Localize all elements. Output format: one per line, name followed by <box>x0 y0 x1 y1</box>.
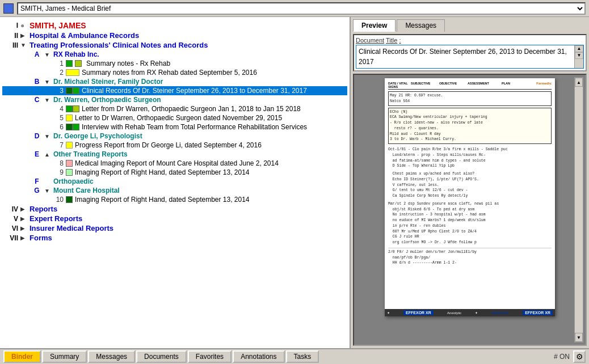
label-B: Dr. Michael Steiner, Family Doctor <box>53 78 163 86</box>
label-F: Orthopaedic <box>53 177 94 185</box>
doc-title-value: Clinical Records Of Dr. Steiner Septembe… <box>356 45 574 68</box>
num-1: 1 <box>52 60 64 67</box>
annotations-button[interactable]: Annotations <box>233 350 284 363</box>
doc-page-content: DATE / VITAL SIGNS SUBJECTIVE OBJECTIVE … <box>385 78 555 316</box>
tree-row-G[interactable]: G ▼ Mount Care Hospital <box>2 186 347 195</box>
hash-on-label: # ON <box>554 353 570 361</box>
preview-scroll-down[interactable]: ▼ <box>575 333 583 342</box>
arrow-A: ▼ <box>44 52 51 58</box>
tasks-button[interactable]: Tasks <box>286 350 319 363</box>
title-scroll-down[interactable]: ▼ <box>575 52 583 59</box>
title-scroll-up[interactable]: ▲ <box>575 45 583 52</box>
tree-row-2[interactable]: 2 Summary notes from RX Rehab dated Sept… <box>2 68 347 77</box>
num-5: 5 <box>52 114 64 122</box>
gear-button[interactable]: ⚙ <box>573 350 586 363</box>
doc-chest-3: V caffeine, out less. <box>388 183 552 188</box>
colorbox-9 <box>66 169 73 176</box>
doc-title-scroll: ▲ ▼ <box>574 45 583 68</box>
arrow-VII: ▶ <box>20 235 27 241</box>
main-layout: I ● SMITH, JAMES II ▶ Hospital & Ambulan… <box>0 17 589 348</box>
tree-row-E[interactable]: E ▲ Other Treating Reports <box>2 150 347 159</box>
tree-row-9[interactable]: 9 Imaging Report of Right Hand, dated Se… <box>2 168 347 177</box>
tree-row-1[interactable]: 1 Summary notes - Rx Rehab <box>2 59 347 68</box>
arrow-II: ▶ <box>20 32 27 39</box>
documents-button[interactable]: Documents <box>136 350 187 363</box>
colorbox-8 <box>66 160 73 167</box>
messages-button[interactable]: Messages <box>88 350 135 363</box>
tree-row-IV[interactable]: IV ▶ Reports <box>2 204 347 214</box>
tree-row-8[interactable]: 8 Medical Imaging Report of Mount Care H… <box>2 159 347 168</box>
doc-echo-1: ECho (N) <box>390 109 550 115</box>
label-III: Treating Professionals' Clinical Notes a… <box>30 41 208 49</box>
label-IV: Reports <box>30 205 57 213</box>
doc-echo-6: 3 to Dr. Warb - Michael Curry. <box>390 137 550 142</box>
doc-sig-3: HH d/n d ---------Armm l-1 2- <box>388 260 552 266</box>
doc-icon <box>3 3 14 14</box>
doc-oct-2: Lond/aterm - prop - Steps mills/causes R… <box>388 153 552 158</box>
tree-row-II[interactable]: II ▶ Hospital & Ambulance Records <box>2 31 347 40</box>
tree-row-D[interactable]: D ▼ Dr. George Li, Psychologist <box>2 132 347 141</box>
num-6: 6 <box>52 123 64 131</box>
doc-mar-1: Mar/st 2 dsp Sundev pseure asca cleft, n… <box>388 201 552 207</box>
tree-row-7[interactable]: 7 Progress Report from Dr George Li, dat… <box>2 141 347 150</box>
label-VII: Forms <box>30 234 52 242</box>
arrow-V: ▶ <box>20 215 27 222</box>
favorites-button[interactable]: Favorites <box>188 350 232 363</box>
doc-mar-3: No instruction - 3 hospital w/pt - had a… <box>388 212 552 218</box>
doc-footer: ✦ EFFEXOR XR Anxiolytic ✦ ONCE-DAILY EFF… <box>385 309 555 316</box>
tree-row-VII[interactable]: VII ▶ Forms <box>2 233 347 243</box>
tree-row-10[interactable]: 10 Imaging Report of Right Hand, dated S… <box>2 195 347 204</box>
tab-preview[interactable]: Preview <box>353 19 396 32</box>
tree-row-VI[interactable]: VI ▶ Insurer Medical Reports <box>2 223 347 233</box>
doc-sig-2: nae/pf/ob Br/pga/ <box>388 255 552 261</box>
effexor-star: ✦ <box>387 311 390 315</box>
doc-echo-section: ECho (N) ECA Swimng/New ventricular inju… <box>388 108 552 145</box>
num-9: 9 <box>52 168 64 176</box>
footer-drug-label: Anxiolytic <box>447 311 461 315</box>
tree-row-I[interactable]: I ● SMITH, JAMES <box>2 20 347 31</box>
num-8: 8 <box>52 159 64 167</box>
tree-row-6[interactable]: 6 Interview with Rehab Team from Total P… <box>2 122 347 132</box>
preview-scroll-up[interactable]: ▲ <box>575 78 583 87</box>
tree-row-3[interactable]: 3 Clinical Records Of Dr. Steiner Septem… <box>2 86 347 95</box>
arrow-E: ▲ <box>44 151 51 158</box>
letter-D: D <box>32 132 42 140</box>
arrow-B: ▼ <box>44 79 51 85</box>
effexor-brand-2: EFFEXOR XR <box>523 310 553 315</box>
doc-mar-6: 60? Mr u/Med UP Rpho Clent 2/0 to ZA/4 <box>388 229 552 235</box>
tree-row-III[interactable]: III ▼ Treating Professionals' Clinical N… <box>2 40 347 50</box>
arrow-G: ▼ <box>44 188 51 194</box>
tab-bar: Preview Messages <box>353 19 587 32</box>
tree-row-V[interactable]: V ▶ Expert Reports <box>2 214 347 223</box>
doc-sig-section: 2/0 F0/ J muller den/s/her Jon/mullEl/by… <box>388 248 552 267</box>
doc-title-row: Clinical Records Of Dr. Steiner Septembe… <box>356 45 584 69</box>
letter-A: A <box>32 50 42 58</box>
doc-echo-3: - R/o clot ident-new - also review of la… <box>390 120 550 126</box>
doc-title-text-label: Document <box>356 37 384 44</box>
tree-row-4[interactable]: 4 Letter from Dr Warren, Orthopaedic Sur… <box>2 104 347 113</box>
colorbox-7 <box>66 142 73 149</box>
binder-button[interactable]: Binder <box>3 350 41 363</box>
tree-row-F[interactable]: F ▶ Orthopaedic <box>2 177 347 186</box>
roman-IV: IV <box>2 205 18 213</box>
label-A: RX Rehab Inc. <box>53 50 99 58</box>
tab-messages[interactable]: Messages <box>397 19 445 32</box>
arrow-IV: ▶ <box>20 206 27 212</box>
label-2: Summary notes from RX Rehab dated Septem… <box>82 69 257 77</box>
colorbox-2 <box>66 69 79 76</box>
footer-once-daily: ONCE-DAILY <box>491 311 509 315</box>
doc-chest-5: Ca Spindle Corp Notes Ry detect/ly <box>388 193 552 199</box>
num-2: 2 <box>52 69 64 77</box>
label-E: Other Treating Reports <box>53 150 128 158</box>
tree-row-5[interactable]: 5 Letter to Dr Warren, Orthopaedic Surge… <box>2 113 347 122</box>
roman-VI: VI <box>2 225 18 232</box>
colorbox-1b <box>75 60 82 67</box>
patient-dropdown[interactable]: SMITH, James - Medical Brief <box>17 2 586 15</box>
tree-row-A[interactable]: A ▼ RX Rehab Inc. <box>2 50 347 59</box>
colorbox-4b <box>73 105 79 112</box>
tree-row-B[interactable]: B ▼ Dr. Michael Steiner, Family Doctor <box>2 77 347 86</box>
summary-button[interactable]: Summary <box>42 350 87 363</box>
tree-row-C[interactable]: C ▼ Dr. Warren, Orthopaedic Surgeon <box>2 95 347 104</box>
doc-vital-section: May 21 HR: 0.69? excuse. Natco 564 <box>388 91 552 106</box>
letter-E: E <box>32 150 42 158</box>
